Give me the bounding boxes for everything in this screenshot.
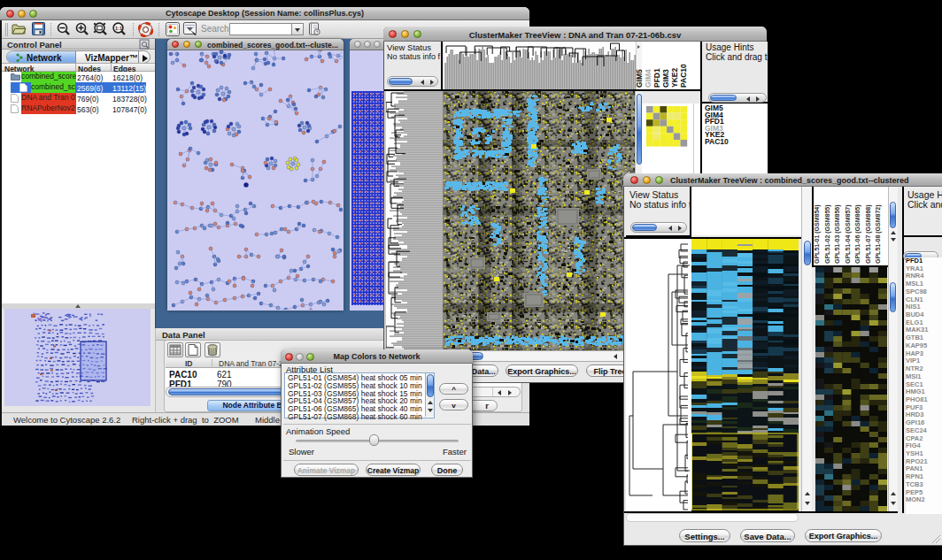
svg-text:1:1: 1:1 [115, 26, 122, 31]
